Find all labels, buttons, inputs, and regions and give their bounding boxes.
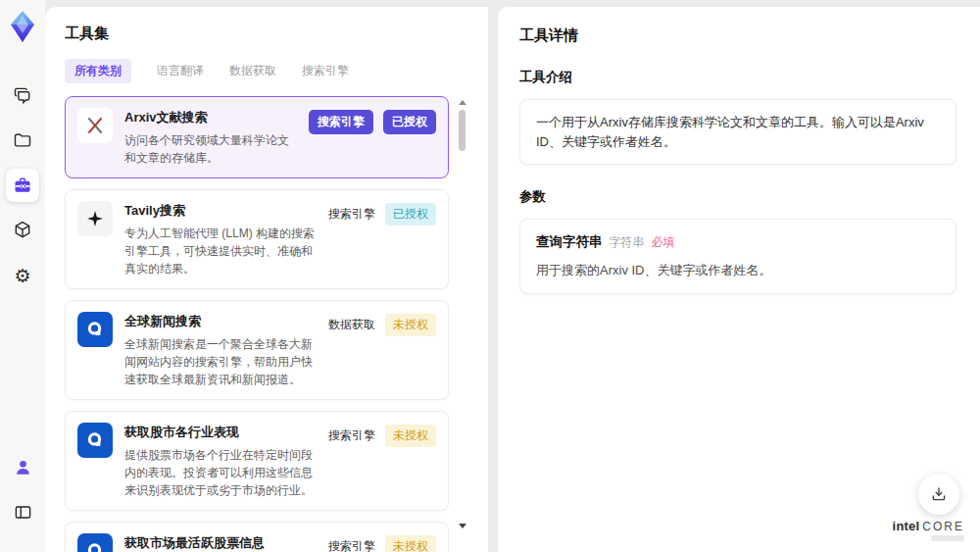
tool-badges: 搜索引擎 未授权 [328, 423, 436, 447]
tool-card-main: 全球新闻搜索 全球新闻搜索是一个聚合全球各大新闻网站内容的搜索引擎，帮助用户快速… [124, 312, 317, 388]
params-list: 查询字符串 字符串 必填 用于搜索的Arxiv ID、关键字或作者姓名。 [519, 219, 956, 294]
settings-icon[interactable]: ⚙ [6, 259, 39, 292]
package-icon[interactable] [6, 214, 39, 247]
tool-name: 获取股市各行业表现 [124, 424, 317, 441]
tool-icon [77, 423, 113, 458]
download-button[interactable] [918, 474, 959, 515]
tool-description: 访问各个研究领域大量科学论文和文章的存储库。 [124, 131, 297, 167]
intro-text: 一个用于从Arxiv存储库搜索科学论文和文章的工具。输入可以是Arxiv ID、… [536, 115, 924, 149]
tool-name: 全球新闻搜索 [124, 313, 317, 330]
category-badge: 数据获取 [328, 317, 375, 333]
param-card: 查询字符串 字符串 必填 用于搜索的Arxiv ID、关键字或作者姓名。 [519, 219, 956, 294]
tool-badges: 搜索引擎 已授权 [309, 108, 436, 134]
category-tab[interactable]: 数据获取 [229, 59, 276, 83]
chat-icon[interactable] [6, 78, 39, 112]
tool-icon [77, 108, 113, 143]
category-tab-label: 语言翻译 [157, 64, 204, 77]
gem-logo-icon [8, 10, 37, 43]
brand-secondary: CORE [922, 520, 964, 533]
category-tab[interactable]: 搜索引擎 [302, 59, 349, 83]
category-badge: 搜索引擎 [328, 427, 375, 444]
arxiv-logo-icon [84, 115, 106, 136]
tool-list: Arxiv文献搜索 访问各个研究领域大量科学论文和文章的存储库。 搜索引擎 已授… [65, 96, 468, 552]
auth-status-badge: 未授权 [385, 425, 436, 447]
scrollbar[interactable] [457, 100, 466, 552]
params-heading: 参数 [519, 188, 956, 206]
details-panel: 工具详情 工具介绍 一个用于从Arxiv存储库搜索科学论文和文章的工具。输入可以… [498, 7, 980, 552]
news-app-icon [84, 319, 106, 340]
tool-card-main: 获取股市各行业表现 提供股票市场各个行业在特定时间段内的表现。投资者可以利用这些… [124, 423, 317, 499]
panel-toggle-icon[interactable] [6, 495, 39, 528]
param-head: 查询字符串 字符串 必填 [536, 232, 940, 252]
category-tabs: 所有类别 语言翻译 数据获取 搜索引擎 [65, 59, 468, 83]
brand-sub-badge [931, 535, 964, 541]
tool-icon [77, 201, 113, 236]
news-app-icon [84, 540, 106, 552]
toolbox-icon[interactable] [6, 169, 39, 202]
tool-description: 专为人工智能代理 (LLM) 构建的搜索引擎工具，可快速提供实时、准确和真实的结… [124, 225, 317, 277]
category-badge: 搜索引擎 [309, 110, 373, 134]
scrollbar-down-arrow[interactable] [459, 524, 466, 528]
tool-card-main: 获取市场最活跃股票信息 提供当天交易量最高的股票列表。投资者可以利用这些信息来识… [124, 533, 317, 552]
tool-icon [77, 533, 113, 552]
intro-heading: 工具介绍 [519, 69, 956, 86]
tool-card[interactable]: Arxiv文献搜索 访问各个研究领域大量科学论文和文章的存储库。 搜索引擎 已授… [65, 96, 449, 178]
brand-primary: intel [893, 519, 920, 533]
tool-card[interactable]: 获取市场最活跃股票信息 提供当天交易量最高的股票列表。投资者可以利用这些信息来识… [65, 522, 449, 552]
user-icon[interactable] [6, 450, 39, 483]
tools-panel: 工具集 所有类别 语言翻译 数据获取 搜索引擎 [45, 7, 488, 552]
param-name: 查询字符串 [536, 232, 603, 252]
param-required-badge: 必填 [652, 233, 675, 251]
category-tab-label: 数据获取 [229, 64, 276, 77]
tool-badges: 数据获取 未授权 [328, 312, 436, 336]
category-tab[interactable]: 语言翻译 [157, 59, 204, 83]
left-rail: ⚙ [0, 0, 45, 552]
param-description: 用于搜索的Arxiv ID、关键字或作者姓名。 [536, 261, 940, 280]
param-type: 字符串 [610, 233, 645, 251]
tool-card[interactable]: 全球新闻搜索 全球新闻搜索是一个聚合全球各大新闻网站内容的搜索引擎，帮助用户快速… [65, 300, 449, 400]
tool-badges: 搜索引擎 已授权 [328, 201, 436, 226]
category-badge: 搜索引擎 [328, 206, 375, 223]
tool-description: 提供股票市场各个行业在特定时间段内的表现。投资者可以利用这些信息来识别表现优于或… [124, 446, 317, 499]
tool-card[interactable]: 获取股市各行业表现 提供股票市场各个行业在特定时间段内的表现。投资者可以利用这些… [65, 411, 449, 511]
category-tab-label: 搜索引擎 [302, 64, 349, 77]
folder-icon[interactable] [6, 124, 39, 157]
download-icon [930, 485, 948, 503]
tool-card[interactable]: Tavily搜索 专为人工智能代理 (LLM) 构建的搜索引擎工具，可快速提供实… [65, 189, 449, 289]
tool-icon [77, 312, 113, 347]
tool-name: Arxiv文献搜索 [124, 109, 297, 126]
tool-description: 全球新闻搜索是一个聚合全球各大新闻网站内容的搜索引擎，帮助用户快速获取全球最新资… [124, 335, 317, 388]
auth-status-badge: 未授权 [385, 314, 436, 336]
tools-panel-title: 工具集 [65, 25, 468, 43]
auth-status-badge: 未授权 [385, 535, 436, 552]
scrollbar-thumb[interactable] [459, 110, 466, 151]
news-app-icon [84, 429, 106, 451]
tool-card-main: Arxiv文献搜索 访问各个研究领域大量科学论文和文章的存储库。 [124, 108, 297, 167]
auth-status-badge: 已授权 [385, 203, 436, 226]
auth-status-badge: 已授权 [383, 110, 436, 134]
category-tab-label: 所有类别 [74, 64, 122, 77]
category-badge: 搜索引擎 [328, 538, 375, 552]
intro-box: 一个用于从Arxiv存储库搜索科学论文和文章的工具。输入可以是Arxiv ID、… [519, 99, 956, 165]
tool-badges: 搜索引擎 未授权 [328, 533, 436, 552]
tool-name: Tavily搜索 [124, 202, 317, 220]
category-tab[interactable]: 所有类别 [65, 59, 131, 83]
details-panel-title: 工具详情 [519, 26, 956, 45]
tool-card-main: Tavily搜索 专为人工智能代理 (LLM) 构建的搜索引擎工具，可快速提供实… [124, 201, 317, 277]
tool-name: 获取市场最活跃股票信息 [124, 534, 317, 552]
sparkle-icon [85, 209, 105, 228]
brand-logo: intel CORE [893, 519, 964, 541]
scrollbar-up-arrow[interactable] [459, 100, 466, 105]
